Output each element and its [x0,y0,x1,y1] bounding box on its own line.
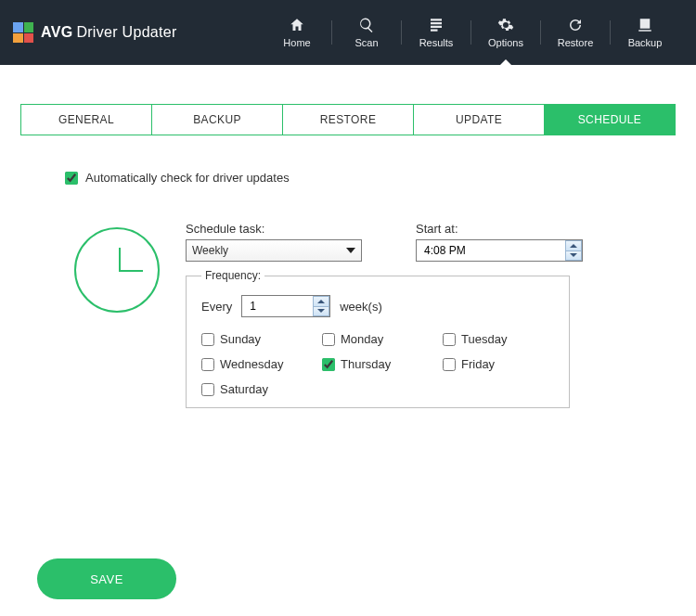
chevron-down-icon [346,248,355,253]
schedule-task-label: Schedule task: [186,222,362,236]
home-icon [289,17,305,33]
day-tuesday-label: Tuesday [461,332,507,346]
spinner-up-icon[interactable] [565,240,582,251]
restore-icon [567,17,584,33]
tab-general[interactable]: GENERAL [20,104,152,135]
every-unit: week(s) [340,300,382,314]
day-monday-checkbox[interactable] [322,333,335,346]
avg-logo-icon [13,22,33,43]
schedule-form: Schedule task: Weekly Start at: [186,222,650,408]
schedule-task-group: Schedule task: Weekly [186,222,362,262]
nav-backup[interactable]: Backup [611,0,679,65]
day-saturday-checkbox[interactable] [201,383,214,396]
day-monday-label: Monday [341,332,383,346]
start-at-spinner[interactable] [565,240,582,261]
day-wednesday[interactable]: Wednesday [201,357,313,371]
start-at-input[interactable] [416,239,583,262]
frequency-legend: Frequency: [201,269,264,282]
every-row: Every week(s) [201,295,554,317]
save-button[interactable]: SAVE [37,558,176,599]
start-at-label: Start at: [416,222,583,236]
backup-icon [637,17,653,33]
app-title: AVGDriver Updater [41,24,177,41]
brand: AVGDriver Updater [13,22,177,43]
day-wednesday-checkbox[interactable] [201,358,214,371]
schedule-task-dropdown[interactable]: Weekly [186,239,362,262]
day-thursday[interactable]: Thursday [322,357,433,371]
tab-update[interactable]: UPDATE [414,104,545,135]
day-sunday-label: Sunday [220,332,261,346]
day-monday[interactable]: Monday [322,332,433,346]
tab-schedule[interactable]: SCHEDULE [545,104,676,135]
days-grid: Sunday Monday Tuesday Wednesday [201,332,554,396]
day-saturday[interactable]: Saturday [201,382,313,396]
brand-rest: Driver Updater [76,24,176,40]
schedule-task-value: Weekly [192,244,228,257]
nav-home[interactable]: Home [263,0,331,65]
nav-restore[interactable]: Restore [541,0,610,65]
auto-check-label: Automatically check for driver updates [85,171,290,185]
spinner-up-icon[interactable] [313,296,329,307]
day-tuesday[interactable]: Tuesday [443,332,554,346]
every-spinner[interactable] [313,296,329,316]
day-friday-checkbox[interactable] [443,358,456,371]
spinner-down-icon[interactable] [313,307,329,317]
day-thursday-checkbox[interactable] [322,358,335,371]
tab-backup[interactable]: BACKUP [152,104,283,135]
gear-icon [497,17,514,33]
spinner-down-icon[interactable] [565,251,582,262]
top-nav: Home Scan Results Options Restore Backup [263,0,679,65]
settings-tabs: GENERAL BACKUP RESTORE UPDATE SCHEDULE [20,104,676,135]
start-at-group: Start at: [416,222,583,262]
day-sunday-checkbox[interactable] [201,333,214,346]
auto-check-checkbox[interactable] [65,172,78,185]
nav-home-label: Home [283,37,310,48]
search-icon [358,17,375,33]
results-icon [428,17,445,33]
schedule-panel: Automatically check for driver updates S… [0,135,696,408]
day-tuesday-checkbox[interactable] [443,333,456,346]
nav-scan[interactable]: Scan [332,0,401,65]
day-sunday[interactable]: Sunday [201,332,313,346]
app-header: AVGDriver Updater Home Scan Results Opti… [0,0,696,65]
day-friday[interactable]: Friday [443,357,554,371]
tab-restore[interactable]: RESTORE [283,104,414,135]
day-thursday-label: Thursday [341,357,391,371]
auto-check-row[interactable]: Automatically check for driver updates [65,171,650,185]
nav-scan-label: Scan [354,37,378,48]
day-friday-label: Friday [461,357,495,371]
brand-bold: AVG [41,24,72,40]
nav-results-label: Results [419,37,454,48]
day-wednesday-label: Wednesday [220,357,283,371]
nav-restore-label: Restore [558,37,594,48]
frequency-group: Frequency: Every week(s) [186,269,570,408]
nav-options[interactable]: Options [471,0,540,65]
nav-backup-label: Backup [628,37,663,48]
every-label: Every [201,300,232,314]
nav-options-label: Options [488,37,523,48]
day-saturday-label: Saturday [220,382,268,396]
nav-results[interactable]: Results [402,0,470,65]
clock-icon [74,227,160,313]
